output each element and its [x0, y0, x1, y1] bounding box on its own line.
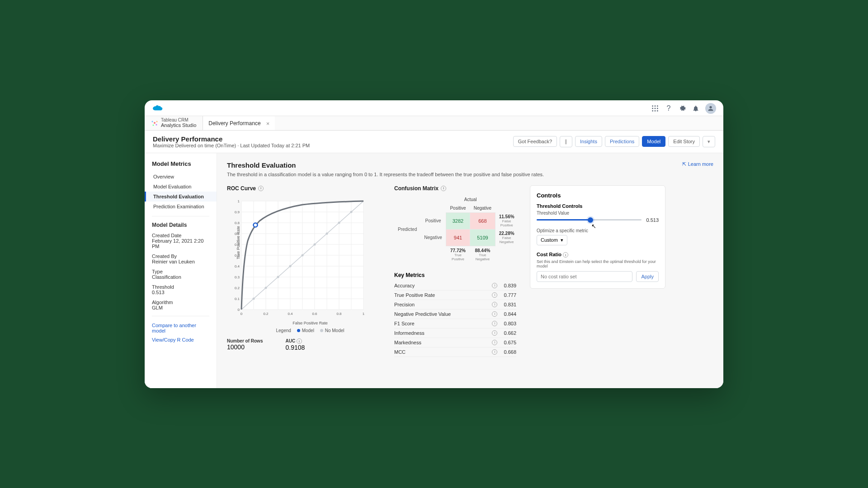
conf-fn-sub: False Negative: [499, 236, 514, 244]
app-tab-analytics-studio[interactable]: Tableau CRM Analytics Studio: [145, 116, 203, 130]
svg-point-40: [277, 276, 279, 278]
salesforce-logo-icon: [152, 103, 165, 114]
info-icon[interactable]: i: [492, 302, 497, 307]
info-icon[interactable]: i: [492, 330, 497, 336]
sidebar-item-overview[interactable]: Overview: [145, 172, 217, 182]
svg-point-39: [265, 286, 267, 289]
page-subtitle: Maximize Delivered on time (OnTime) · La…: [153, 143, 310, 148]
km-label: F1 Score: [394, 321, 415, 326]
app-launcher-icon[interactable]: [651, 104, 659, 113]
model-details-heading: Model Details: [145, 221, 217, 229]
learn-more-link[interactable]: ⇱ Learn more: [682, 161, 713, 167]
optimize-select[interactable]: Custom ▾: [537, 235, 567, 245]
svg-point-8: [657, 110, 658, 111]
info-icon[interactable]: i: [563, 252, 568, 258]
global-header: ?: [145, 100, 723, 116]
info-icon[interactable]: i: [297, 338, 302, 344]
sidebar-divider-2: [152, 316, 209, 316]
chevron-down-icon: ▾: [561, 237, 563, 243]
page-header: Delivery Performance Maximize Delivered …: [145, 131, 723, 153]
svg-point-13: [156, 124, 157, 126]
svg-point-2: [657, 105, 658, 107]
app-tab-line1: Tableau CRM: [161, 117, 196, 122]
km-label: MCC: [394, 349, 406, 355]
legend-dot-nomodel: [320, 329, 323, 332]
meta-threshold-label: Threshold: [145, 281, 217, 290]
sidebar-item-prediction-examination[interactable]: Prediction Examination: [145, 202, 217, 211]
info-icon[interactable]: i: [441, 186, 446, 191]
compare-model-link[interactable]: Compare to another model: [145, 321, 217, 335]
km-value: 0.831: [504, 302, 516, 307]
svg-point-7: [655, 110, 656, 111]
edit-story-button[interactable]: Edit Story: [668, 136, 700, 147]
key-metric-row: Markednessi0.675: [394, 338, 516, 347]
meta-created-date-label: Created Date: [145, 229, 217, 238]
conf-col-positive: Positive: [446, 204, 470, 213]
svg-text:0.6: 0.6: [312, 312, 317, 316]
svg-text:0.8: 0.8: [336, 312, 342, 316]
model-button[interactable]: Model: [642, 136, 665, 147]
cursor-icon: ↖: [591, 223, 596, 230]
insights-button[interactable]: Insights: [575, 136, 602, 147]
info-icon[interactable]: i: [492, 349, 497, 355]
svg-point-45: [338, 221, 340, 224]
conf-fp: 668: [470, 212, 495, 229]
close-icon[interactable]: ×: [266, 120, 270, 127]
section-title: Threshold Evaluation: [227, 161, 544, 169]
sidebar-heading: Model Metrics: [145, 159, 217, 172]
sidebar-item-threshold-evaluation[interactable]: Threshold Evaluation: [145, 192, 217, 202]
info-icon[interactable]: i: [492, 292, 497, 298]
km-label: True Positive Rate: [394, 292, 435, 298]
avatar[interactable]: [705, 103, 716, 114]
rows-label: Number of Rows: [227, 338, 263, 343]
svg-point-11: [156, 121, 158, 122]
svg-text:0.1: 0.1: [235, 297, 240, 301]
tab-label: Delivery Performance: [208, 120, 260, 127]
sidebar: Model Metrics Overview Model Evaluation …: [145, 153, 217, 388]
key-metric-row: Informednessi0.662: [394, 328, 516, 338]
cost-desc: Set this and Einstein can help select th…: [537, 259, 659, 268]
conf-colneg-pct: 88.44%: [474, 248, 491, 253]
tab-delivery-performance[interactable]: Delivery Performance ×: [203, 116, 275, 130]
bell-icon[interactable]: [692, 104, 700, 113]
apply-button[interactable]: Apply: [636, 271, 659, 282]
conf-col-negative: Negative: [470, 204, 495, 213]
svg-text:0.2: 0.2: [235, 286, 240, 290]
km-value: 0.662: [504, 330, 516, 336]
dropdown-button[interactable]: ▾: [703, 136, 715, 147]
tabs-row: Tableau CRM Analytics Studio Delivery Pe…: [145, 116, 723, 131]
predictions-button[interactable]: Predictions: [605, 136, 639, 147]
conf-tp: 3282: [446, 212, 470, 229]
info-icon[interactable]: i: [258, 186, 264, 191]
svg-text:0: 0: [241, 312, 243, 316]
info-icon[interactable]: i: [492, 340, 497, 345]
section-desc: The threshold in a classification model …: [227, 172, 544, 177]
key-metric-row: F1 Scorei0.803: [394, 319, 516, 328]
svg-text:1: 1: [363, 312, 365, 316]
key-metric-row: Negative Predictive Valuei0.844: [394, 310, 516, 319]
sidebar-item-model-evaluation[interactable]: Model Evaluation: [145, 182, 217, 192]
svg-point-10: [152, 121, 153, 122]
pause-button[interactable]: ∥: [560, 136, 572, 147]
info-icon[interactable]: i: [492, 321, 497, 326]
svg-point-46: [350, 211, 353, 213]
threshold-slider[interactable]: ↖: [537, 219, 642, 221]
main-content: Threshold Evaluation The threshold in a …: [217, 153, 723, 388]
help-icon[interactable]: ?: [665, 104, 673, 113]
view-r-code-link[interactable]: View/Copy R Code: [145, 335, 217, 344]
auc-value: 0.9108: [285, 344, 305, 351]
km-label: Markedness: [394, 340, 421, 345]
svg-point-44: [326, 232, 328, 235]
roc-panel: ROC Curve i True Positive Rate: [227, 185, 381, 352]
conf-row-positive: Positive: [420, 212, 446, 229]
gear-icon[interactable]: [678, 104, 686, 113]
conf-predicted: Predicted: [394, 212, 420, 246]
meta-type-value: Classification: [145, 274, 217, 281]
svg-point-6: [652, 110, 653, 111]
info-icon[interactable]: i: [492, 283, 497, 288]
cost-ratio-input[interactable]: [537, 271, 632, 282]
conf-colpos-pct: 77.72%: [449, 248, 466, 253]
info-icon[interactable]: i: [492, 311, 497, 317]
got-feedback-button[interactable]: Got Feedback?: [513, 136, 557, 147]
cost-heading: Cost Ratio: [537, 252, 561, 257]
